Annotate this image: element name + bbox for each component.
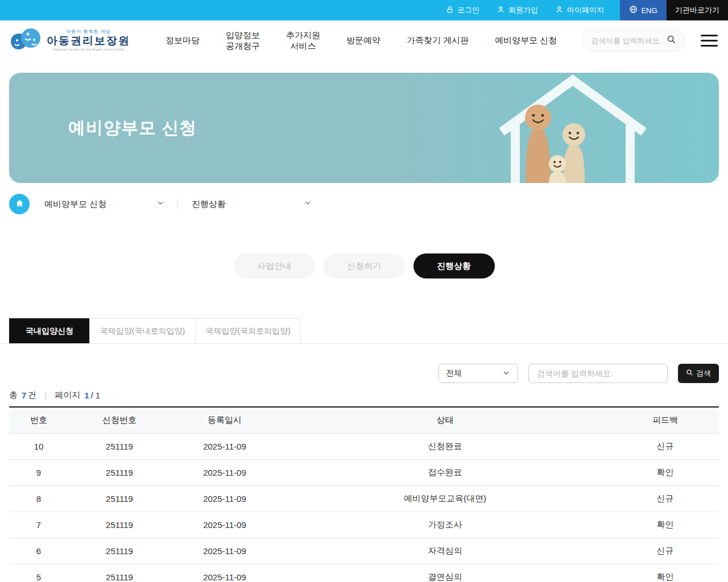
site-header: 아동이 행복한 세상 아동권리보장원 National Center for t… — [0, 20, 728, 60]
breadcrumb-divider — [177, 198, 178, 210]
breadcrumb-dropdown-page[interactable]: 진행상황 — [192, 198, 312, 210]
row-no: 10 — [9, 442, 68, 451]
logo-mark-icon — [9, 26, 42, 55]
row-application-no: 251119 — [68, 520, 171, 530]
page-total: 1 — [96, 390, 100, 400]
family-house-illustration — [480, 73, 719, 183]
page-label: 페이지 — [55, 390, 80, 401]
table-row[interactable]: 8 251119 2025-11-09 예비양부모교육(대면) 신규 — [9, 486, 719, 512]
column-header-registered-date: 등록일시 — [171, 415, 279, 426]
logo-text: 아동이 행복한 세상 아동권리보장원 National Center for t… — [47, 30, 130, 51]
top-utility-bar: 로그인 회원가입 마이페이지 ENG 기관바로가기 — [0, 0, 728, 20]
filter-category-value: 전체 — [446, 368, 462, 379]
row-feedback: 신규 — [611, 441, 719, 452]
row-feedback: 확인 — [611, 467, 719, 478]
user-icon — [497, 5, 505, 15]
logo-tagline: 아동이 행복한 세상 — [66, 30, 110, 34]
filter-search-input[interactable] — [528, 364, 668, 383]
search-icon[interactable] — [667, 35, 676, 47]
step-pills: 사업안내 신청하기 진행상황 — [0, 253, 728, 278]
row-feedback: 신규 — [611, 546, 719, 556]
mypage-button[interactable]: 마이페이지 — [555, 5, 604, 15]
nav-item-visit-reservation[interactable]: 방문예약 — [346, 35, 380, 46]
lock-icon — [446, 6, 454, 15]
signup-button[interactable]: 회원가입 — [497, 5, 538, 15]
list-summary: 총 7 건 | 페이지 1 / 1 — [9, 390, 719, 401]
list-filter-bar: 전체 검색 — [9, 364, 719, 383]
row-application-no: 251119 — [68, 494, 171, 504]
table-row[interactable]: 6 251119 2025-11-09 자격심의 신규 — [9, 538, 719, 564]
tab-intl-adoption-inbound[interactable]: 국제입양(국내로의입양) — [89, 318, 196, 343]
table-row[interactable]: 9 251119 2025-11-09 접수완료 확인 — [9, 460, 719, 486]
eng-label: ENG — [641, 6, 657, 15]
chevron-down-icon — [156, 198, 165, 210]
total-unit: 건 — [28, 390, 36, 401]
row-feedback: 확인 — [611, 572, 719, 582]
globe-icon — [629, 5, 638, 15]
nav-item-adoption-info-request[interactable]: 입양정보 공개청구 — [226, 30, 260, 52]
institution-shortcut-button[interactable]: 기관바로가기 — [667, 0, 728, 20]
hero-banner: 예비양부모 신청 — [9, 73, 719, 183]
row-no: 5 — [9, 572, 68, 582]
page-title: 예비양부모 신청 — [9, 117, 197, 140]
logo-title: 아동권리보장원 — [47, 35, 130, 47]
table-header-row: 번호 신청번호 등록일시 상태 피드백 — [9, 408, 719, 434]
search-button[interactable]: 검색 — [678, 364, 719, 383]
tab-domestic-adoption[interactable]: 국내입양신청 — [9, 318, 90, 343]
row-date: 2025-11-09 — [171, 468, 279, 477]
filter-category-select[interactable]: 전체 — [439, 364, 518, 383]
pill-progress-status[interactable]: 진행상황 — [413, 253, 495, 278]
breadcrumb-dropdown-section[interactable]: 예비양부모 신청 — [44, 198, 165, 210]
header-search-input[interactable] — [591, 36, 662, 45]
signup-label: 회원가입 — [508, 5, 538, 15]
row-status: 자격심의 — [279, 546, 611, 556]
table-row[interactable]: 10 251119 2025-11-09 신청완료 신규 — [9, 434, 719, 460]
row-status: 예비양부모교육(대면) — [279, 493, 611, 504]
home-button[interactable] — [9, 194, 30, 214]
row-date: 2025-11-09 — [171, 572, 279, 582]
login-button[interactable]: 로그인 — [446, 5, 479, 15]
row-status: 가정조사 — [279, 519, 611, 530]
menu-icon[interactable] — [701, 35, 718, 47]
adoption-type-tabs: 국내입양신청 국제입양(국내로의입양) 국제입양(국외로의입양) — [0, 318, 728, 344]
total-label: 총 — [9, 390, 18, 401]
search-icon — [686, 369, 693, 378]
nav-item-prospective-parents[interactable]: 예비양부모 신청 — [495, 35, 557, 46]
login-label: 로그인 — [457, 5, 479, 15]
language-toggle-eng[interactable]: ENG — [620, 0, 667, 20]
chevron-down-icon — [303, 198, 312, 210]
table-row[interactable]: 7 251119 2025-11-09 가정조사 확인 — [9, 512, 719, 538]
column-header-application-no: 신청번호 — [68, 415, 171, 426]
row-application-no: 251119 — [68, 572, 171, 582]
nav-item-family-search-board[interactable]: 가족찾기 게시판 — [407, 35, 469, 46]
breadcrumb: 예비양부모 신청 진행상황 — [9, 193, 719, 215]
column-header-status: 상태 — [279, 415, 611, 426]
pill-apply[interactable]: 신청하기 — [324, 253, 405, 278]
nav-item-info[interactable]: 정보마당 — [166, 35, 200, 46]
row-date: 2025-11-09 — [171, 494, 279, 504]
application-status-table: 번호 신청번호 등록일시 상태 피드백 10 251119 2025-11-09… — [9, 406, 719, 582]
row-application-no: 251119 — [68, 546, 171, 556]
mypage-label: 마이페이지 — [567, 5, 604, 15]
table-row[interactable]: 5 251119 2025-11-09 결연심의 확인 — [9, 564, 719, 582]
row-date: 2025-11-09 — [171, 546, 279, 556]
main-nav: 정보마당 입양정보 공개청구 추가지원 서비스 방문예약 가족찾기 게시판 예비… — [166, 30, 557, 52]
logo[interactable]: 아동이 행복한 세상 아동권리보장원 National Center for t… — [9, 26, 130, 55]
pill-business-guide[interactable]: 사업안내 — [234, 253, 315, 278]
row-no: 9 — [9, 468, 68, 477]
breadcrumb-level2-label: 진행상황 — [192, 199, 226, 210]
shortcut-label: 기관바로가기 — [675, 5, 719, 15]
row-status: 접수완료 — [279, 467, 611, 478]
row-feedback: 확인 — [611, 519, 719, 530]
logo-subtitle: National Center for the Rights of the Ch… — [53, 48, 124, 51]
row-no: 8 — [9, 494, 68, 504]
user-icon — [555, 5, 564, 15]
search-button-label: 검색 — [696, 368, 711, 379]
column-header-no: 번호 — [9, 415, 68, 426]
row-application-no: 251119 — [68, 442, 171, 451]
nav-item-additional-support[interactable]: 추가지원 서비스 — [286, 30, 320, 52]
summary-divider: | — [44, 390, 47, 400]
row-status: 신청완료 — [279, 441, 611, 452]
tab-intl-adoption-outbound[interactable]: 국제입양(국외로의입양) — [195, 318, 301, 343]
chevron-down-icon — [502, 368, 511, 379]
